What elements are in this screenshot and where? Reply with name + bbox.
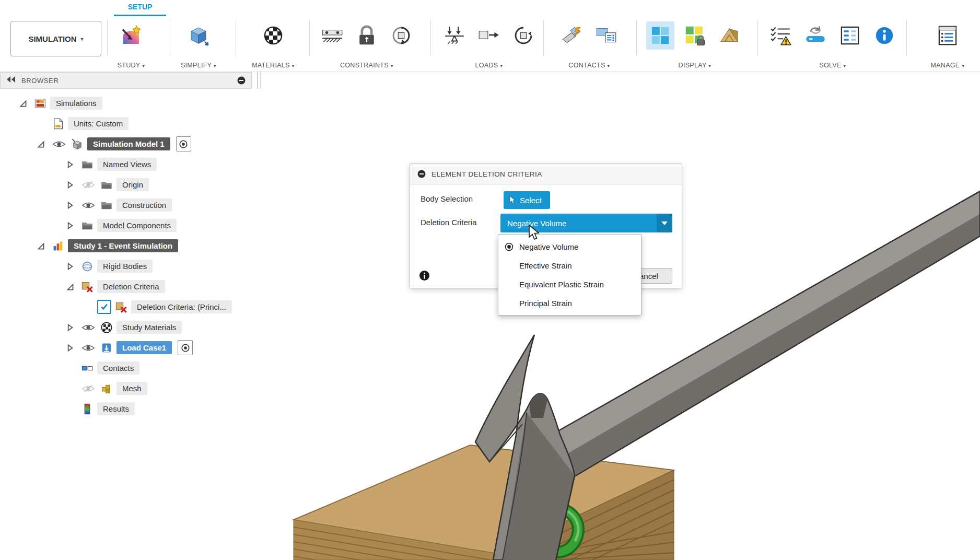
new-study-icon[interactable] <box>117 21 145 50</box>
pre-check-icon[interactable] <box>767 21 795 50</box>
remote-force-icon[interactable] <box>475 21 503 50</box>
toolbar-group-solve-label[interactable]: SOLVE ▾ <box>763 62 903 69</box>
dropdown-option-negative-volume[interactable]: Negative Volume <box>498 237 641 256</box>
chevron-down-icon[interactable] <box>657 214 672 232</box>
expanded-expander-icon[interactable] <box>16 98 30 109</box>
tree-item-label: Named Views <box>97 158 157 171</box>
toolbar-group-simplify-label[interactable]: SIMPLIFY ▾ <box>172 62 225 69</box>
dropdown-option-equivalent-plastic-strain[interactable]: Equivalent Plastic Strain <box>498 275 641 294</box>
automatic-contacts-icon[interactable] <box>558 21 586 50</box>
browser-panel: BROWSER SimulationsUnits: CustomSimulati… <box>0 72 264 419</box>
checkbox-checked-icon[interactable] <box>97 300 111 314</box>
manage-contacts-icon[interactable] <box>592 21 621 50</box>
pin-constraint-icon[interactable] <box>387 21 415 50</box>
dialog-header[interactable]: ELEMENT DELETION CRITERIA <box>410 164 682 184</box>
toolbar-group-display-label[interactable]: DISPLAY ▾ <box>644 62 746 69</box>
structural-load-icon[interactable] <box>440 21 469 50</box>
visibility-eye-icon[interactable] <box>80 200 97 211</box>
dropdown-option-principal-strain[interactable]: Principal Strain <box>498 294 641 312</box>
active-target-radio-icon[interactable] <box>176 136 191 151</box>
collapsed-expander-icon[interactable] <box>63 179 77 191</box>
hide-browser-icon[interactable] <box>237 76 246 85</box>
results-icon <box>80 403 95 415</box>
deletion-criteria-dropdown[interactable]: Negative Volume <box>500 214 672 232</box>
study-materials-icon[interactable] <box>259 21 287 50</box>
collapse-browser-icon[interactable] <box>6 76 16 85</box>
visibility-eye-off-icon[interactable] <box>80 383 97 394</box>
toolbar-group-manage: MANAGE ▾ <box>918 18 977 70</box>
tree-item-units-custom[interactable]: Units: Custom <box>0 113 264 134</box>
dropdown-option-label: Effective Strain <box>519 261 641 270</box>
toolbar-divider <box>236 20 236 56</box>
model-icon <box>70 138 85 150</box>
tree-item-label: Simulation Model 1 <box>87 137 170 150</box>
collapsed-expander-icon[interactable] <box>63 342 77 354</box>
fixed-constraint-icon[interactable] <box>318 21 346 50</box>
body-selection-row: Body Selection Select <box>410 190 682 209</box>
toolbar-group-contacts: CONTACTS ▾ <box>547 18 631 70</box>
mesh-view-icon[interactable] <box>715 21 743 50</box>
panel-splitter[interactable] <box>257 72 261 89</box>
toolbar-group-manage-label[interactable]: MANAGE ▾ <box>918 62 977 69</box>
entity-visibility-lock-icon[interactable] <box>681 21 709 50</box>
collapsed-expander-icon[interactable] <box>63 159 77 170</box>
workspace-switcher-button[interactable]: SIMULATION ▾ <box>10 21 101 56</box>
simulation-display-icon[interactable] <box>646 21 674 50</box>
toolbar-group-constraints-label[interactable]: CONSTRAINTS ▾ <box>312 62 421 69</box>
collapsed-expander-icon[interactable] <box>63 200 77 211</box>
info-icon[interactable] <box>419 270 430 281</box>
toolbar-divider <box>636 20 637 56</box>
tree-item-rigid-bodies[interactable]: Rigid Bodies <box>0 256 264 276</box>
toolbar-divider <box>906 20 907 56</box>
toolbar-group-materials-label[interactable]: MATERIALS ▾ <box>242 62 305 69</box>
simplify-icon[interactable] <box>184 21 213 50</box>
manage-settings-icon[interactable] <box>934 21 962 50</box>
tree-item-label: Load Case1 <box>116 341 172 354</box>
tree-item-results[interactable]: Results <box>0 399 264 419</box>
toolbar-group-study-label[interactable]: STUDY ▾ <box>108 62 155 69</box>
toolbar-divider <box>309 20 310 56</box>
collapsed-expander-icon[interactable] <box>63 322 77 333</box>
expanded-expander-icon[interactable] <box>33 138 48 150</box>
tree-item-model-components[interactable]: Model Components <box>0 215 264 236</box>
tree-item-study-1-event-simulation[interactable]: Study 1 - Event Simulation <box>0 236 264 256</box>
tree-item-contacts[interactable]: Contacts <box>0 358 264 378</box>
tab-setup[interactable]: SETUP <box>113 3 167 11</box>
lock-constraint-icon[interactable] <box>353 21 381 50</box>
tree-item-study-materials[interactable]: Study Materials <box>0 317 264 337</box>
collapse-dialog-icon[interactable] <box>417 169 426 179</box>
tree-item-mesh[interactable]: Mesh <box>0 378 264 399</box>
job-status-info-icon[interactable] <box>870 21 899 50</box>
tab-setup-underline <box>114 15 166 16</box>
tree-item-named-views[interactable]: Named Views <box>0 154 264 174</box>
tree-item-simulation-model-1[interactable]: Simulation Model 1 <box>0 134 264 154</box>
tree-item-deletion-criteria-princi[interactable]: Deletion Criteria: (Princi... <box>0 297 264 317</box>
dropdown-option-label: Principal Strain <box>519 299 641 308</box>
wood-block <box>294 445 674 560</box>
dropdown-option-effective-strain[interactable]: Effective Strain <box>498 256 641 275</box>
visibility-eye-icon[interactable] <box>80 343 97 353</box>
collapsed-expander-icon[interactable] <box>63 220 77 231</box>
tree-item-origin[interactable]: Origin <box>0 174 264 195</box>
tree-item-construction[interactable]: Construction <box>0 195 264 215</box>
toolbar-group-contacts-label[interactable]: CONTACTS ▾ <box>547 62 631 69</box>
folder-icon <box>80 219 95 232</box>
tree-item-load-case1[interactable]: Load Case1 <box>0 337 264 358</box>
visibility-eye-icon[interactable] <box>51 139 67 149</box>
visibility-eye-off-icon[interactable] <box>80 180 97 190</box>
visibility-eye-icon[interactable] <box>80 322 97 333</box>
tree-item-deletion-criteria[interactable]: Deletion Criteria <box>0 276 264 297</box>
toolbar-group-loads-label[interactable]: LOADS ▾ <box>439 62 539 69</box>
solution-details-icon[interactable] <box>836 21 864 50</box>
expanded-expander-icon[interactable] <box>33 240 48 252</box>
body-selection-select-button[interactable]: Select <box>504 191 550 209</box>
solve-icon[interactable] <box>801 21 830 50</box>
collapsed-expander-icon[interactable] <box>63 261 77 272</box>
expanded-expander-icon[interactable] <box>63 281 77 293</box>
active-target-radio-icon[interactable] <box>178 340 193 355</box>
moment-load-icon[interactable] <box>509 21 538 50</box>
folder-icon <box>99 179 114 191</box>
mesh-icon <box>99 382 114 395</box>
tree-item-simulations[interactable]: Simulations <box>0 93 264 113</box>
units-icon <box>51 118 65 130</box>
